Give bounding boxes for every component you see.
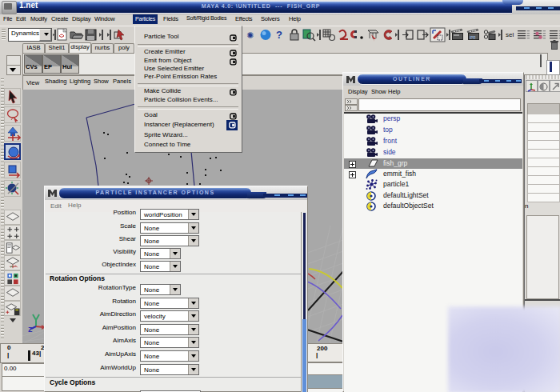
svg-text:sel: sel	[506, 31, 514, 38]
svg-text:IPR: IPR	[470, 36, 476, 40]
svg-text:?: ?	[276, 29, 282, 41]
svg-text:✺: ✺	[246, 30, 254, 40]
